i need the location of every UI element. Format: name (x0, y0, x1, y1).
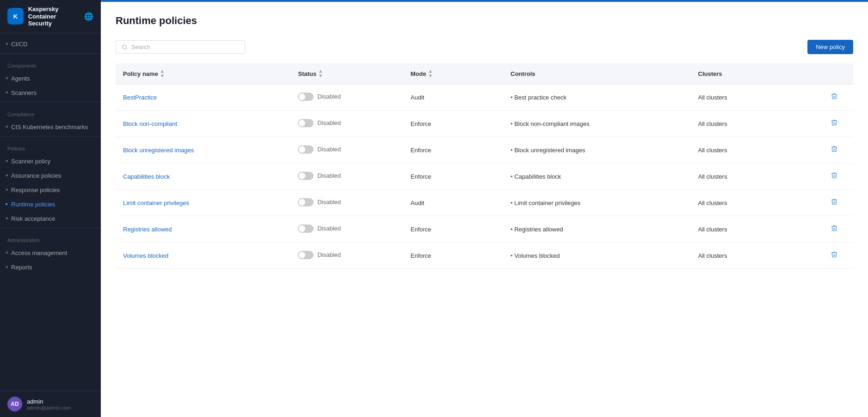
policy-name-link[interactable]: Block unregistered images (123, 147, 194, 154)
clusters-value: All clusters (698, 147, 727, 154)
language-button[interactable]: 🌐 (84, 12, 93, 21)
control-value: Block unregistered images (514, 147, 585, 154)
search-box (116, 40, 245, 54)
control-bullet: • (511, 147, 514, 154)
sidebar: K Kaspersky Container Security 🌐 CI/CD C… (0, 0, 101, 417)
policy-status-cell: Disabled (290, 163, 403, 190)
table-row: Limit container privileges Disabled Audi… (116, 190, 853, 216)
sidebar-item-scanner-policy[interactable]: Scanner policy (0, 154, 101, 168)
policy-actions-cell (816, 111, 853, 137)
policy-mode-cell: Enforce (403, 216, 503, 243)
table-row: BestPractice Disabled Audit • Best pract… (116, 84, 853, 111)
sort-mode-icon: ▲▼ (428, 69, 433, 78)
policy-mode-cell: Enforce (403, 137, 503, 163)
toggle-switch[interactable] (298, 224, 314, 233)
sidebar-item-runtime[interactable]: Runtime policies (0, 197, 101, 212)
control-bullet: • (511, 94, 514, 101)
toggle-switch[interactable] (298, 119, 314, 127)
mode-value: Enforce (411, 226, 431, 233)
policy-toggle: Disabled (298, 172, 341, 180)
policy-name-cell: Block non-compliant (116, 111, 290, 137)
policy-mode-cell: Enforce (403, 163, 503, 190)
table-row: Volumes blocked Disabled Enforce • Volum… (116, 243, 853, 269)
th-status[interactable]: Status ▲▼ (290, 63, 403, 84)
status-label: Disabled (317, 199, 341, 205)
toolbar: New policy (116, 40, 853, 54)
toggle-switch[interactable] (298, 145, 314, 154)
policy-name-link[interactable]: Volumes blocked (123, 252, 168, 259)
policy-actions-cell (816, 243, 853, 269)
content-area: Runtime policies New policy Policy name … (101, 2, 868, 417)
mode-value: Enforce (411, 147, 431, 154)
delete-policy-button[interactable] (829, 117, 840, 130)
policy-name-cell: Capabilities block (116, 163, 290, 190)
delete-policy-button[interactable] (829, 91, 840, 104)
policy-name-link[interactable]: Limit container privileges (123, 199, 189, 206)
user-info: admin admin@admin.com (27, 398, 71, 411)
sidebar-item-response[interactable]: Response policies (0, 183, 101, 197)
sidebar-item-risk[interactable]: Risk acceptance (0, 212, 101, 226)
policy-name-cell: Registries allowed (116, 216, 290, 243)
policy-name-link[interactable]: Block non-compliant (123, 120, 177, 127)
policy-actions-cell (816, 216, 853, 243)
mode-value: Audit (411, 199, 425, 206)
policy-mode-cell: Enforce (403, 243, 503, 269)
policy-status-cell: Disabled (290, 137, 403, 163)
toggle-switch[interactable] (298, 172, 314, 180)
policy-toggle: Disabled (298, 198, 341, 206)
username: admin (27, 398, 71, 405)
policy-name-link[interactable]: Registries allowed (123, 226, 172, 233)
delete-policy-button[interactable] (829, 143, 840, 156)
policy-clusters-cell: All clusters (691, 216, 816, 243)
toggle-switch[interactable] (298, 198, 314, 206)
table-row: Block non-compliant Disabled Enforce • B… (116, 111, 853, 137)
sidebar-item-reports[interactable]: Reports (0, 260, 101, 274)
delete-policy-button[interactable] (829, 196, 840, 209)
mode-value: Enforce (411, 252, 431, 259)
delete-policy-button[interactable] (829, 223, 840, 236)
th-policy-name[interactable]: Policy name ▲▼ (116, 63, 290, 84)
policy-status-cell: Disabled (290, 243, 403, 269)
policy-name-cell: Volumes blocked (116, 243, 290, 269)
delete-policy-button[interactable] (829, 170, 840, 183)
sidebar-item-cis[interactable]: CIS Kubernetes benchmarks (0, 120, 101, 134)
status-label: Disabled (317, 251, 341, 258)
status-label: Disabled (317, 225, 341, 232)
sidebar-item-agents[interactable]: Agents (0, 71, 101, 86)
policy-name-link[interactable]: BestPractice (123, 94, 157, 101)
policy-clusters-cell: All clusters (691, 190, 816, 216)
control-bullet: • (511, 252, 514, 259)
control-value: Best practice check (514, 94, 566, 101)
toggle-switch[interactable] (298, 251, 314, 259)
sidebar-item-cicd[interactable]: CI/CD (0, 37, 101, 51)
sort-status-icon: ▲▼ (318, 69, 323, 78)
policy-controls-cell: • Limit container privileges (503, 190, 691, 216)
sidebar-item-assurance[interactable]: Assurance policies (0, 168, 101, 183)
mode-value: Audit (411, 94, 425, 101)
policy-actions-cell (816, 190, 853, 216)
policy-mode-cell: Audit (403, 190, 503, 216)
policy-status-cell: Disabled (290, 84, 403, 111)
sidebar-item-scanners[interactable]: Scanners (0, 86, 101, 100)
policy-mode-cell: Enforce (403, 111, 503, 137)
policy-name-cell: Limit container privileges (116, 190, 290, 216)
policy-toggle: Disabled (298, 251, 341, 259)
user-email: admin@admin.com (27, 405, 71, 411)
policy-clusters-cell: All clusters (691, 243, 816, 269)
sidebar-item-access[interactable]: Access management (0, 246, 101, 260)
delete-policy-button[interactable] (829, 249, 840, 262)
policy-name-link[interactable]: Capabilities block (123, 173, 170, 180)
mode-value: Enforce (411, 120, 431, 127)
search-icon (122, 44, 128, 50)
clusters-value: All clusters (698, 120, 727, 127)
app-logo-icon: K (7, 8, 24, 25)
search-input[interactable] (131, 44, 239, 50)
policy-controls-cell: • Volumes blocked (503, 243, 691, 269)
new-policy-button[interactable]: New policy (807, 40, 853, 54)
th-mode[interactable]: Mode ▲▼ (403, 63, 503, 84)
clusters-value: All clusters (698, 173, 727, 180)
policy-controls-cell: • Registries allowed (503, 216, 691, 243)
mode-value: Enforce (411, 173, 431, 180)
policy-clusters-cell: All clusters (691, 111, 816, 137)
toggle-switch[interactable] (298, 93, 314, 101)
